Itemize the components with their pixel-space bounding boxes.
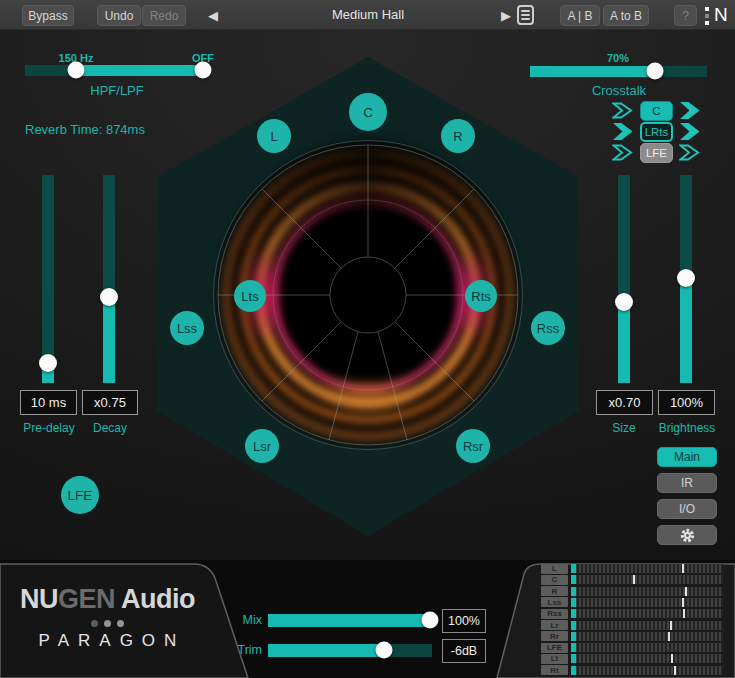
channel-node-rss[interactable]: Rss — [531, 311, 565, 345]
previous-preset-icon[interactable]: ◀ — [205, 4, 221, 26]
meter-peak-tick — [670, 621, 672, 630]
channel-node-rts[interactable]: Rts — [465, 280, 497, 312]
pre-delay-fader-handle[interactable] — [39, 354, 57, 372]
channel-node-lsr[interactable]: Lsr — [245, 429, 279, 463]
meter-bar — [571, 621, 723, 630]
meter-peak-tick — [682, 598, 684, 607]
size-label: Size — [612, 421, 635, 435]
product-name: PARAGON — [0, 631, 215, 651]
tab-ir[interactable]: IR — [657, 473, 717, 493]
meter-peak-tick — [633, 575, 635, 584]
trim-value[interactable]: -6dB — [442, 639, 486, 663]
meter-bar — [571, 643, 723, 652]
routing-c-button[interactable]: C — [640, 101, 673, 121]
settings-button[interactable] — [657, 525, 717, 545]
meter-bar — [571, 632, 723, 641]
lpf-slider-handle[interactable] — [195, 62, 212, 79]
meter-peak-tick — [682, 564, 684, 573]
undo-button[interactable]: Undo — [97, 5, 141, 26]
mix-slider-handle[interactable] — [422, 612, 439, 629]
meter-bar — [571, 564, 723, 573]
crosstalk-slider-handle[interactable] — [647, 63, 664, 80]
meter-bar — [571, 654, 723, 663]
preset-list-icon[interactable] — [517, 5, 534, 25]
channel-node-lss[interactable]: Lss — [170, 311, 204, 345]
routing-c-in-chevron-icon[interactable] — [612, 102, 634, 119]
channel-node-l[interactable]: L — [257, 119, 291, 153]
trim-slider[interactable] — [268, 644, 432, 657]
brightness-fader[interactable] — [680, 175, 692, 383]
reverb-time-readout: Reverb Time: 874ms — [25, 122, 145, 137]
brightness-fader-handle[interactable] — [677, 269, 695, 287]
routing-lfe-button[interactable]: LFE — [640, 143, 673, 163]
ab-compare-button[interactable]: A | B — [560, 5, 600, 26]
redo-button[interactable]: Redo — [142, 5, 186, 26]
meter-peak-tick — [671, 654, 673, 663]
meter-channel-label: L — [541, 564, 568, 574]
routing-lrts-out-chevron-icon[interactable] — [679, 123, 701, 140]
meter-channel-label: Lr — [541, 620, 568, 630]
meter-channel-label: R — [541, 586, 568, 596]
meter-bar — [571, 575, 723, 584]
trim-slider-handle[interactable] — [376, 642, 393, 659]
routing-lrts-in-chevron-icon[interactable] — [612, 123, 634, 140]
nugen-audio-logo: NUGEN Audio — [0, 584, 215, 615]
mix-slider[interactable] — [268, 614, 432, 627]
mix-label: Mix — [222, 613, 262, 627]
routing-c-out-chevron-icon[interactable] — [679, 102, 701, 119]
channel-node-lfe[interactable]: LFE — [61, 476, 99, 514]
meter-bar — [571, 587, 723, 596]
bottom-panel: NUGEN Audio PARAGON Mix 100% Trim -6dB L… — [0, 560, 735, 678]
top-toolbar: Bypass Undo Redo ◀ Medium Hall ▶ A | B A… — [0, 0, 735, 30]
decay-fader[interactable] — [103, 175, 115, 383]
preset-name[interactable]: Medium Hall — [280, 7, 456, 22]
meter-channel-label: Lss — [541, 597, 568, 607]
mix-value[interactable]: 100% — [442, 609, 486, 633]
gear-icon — [680, 528, 695, 543]
meter-peak-tick — [668, 632, 670, 641]
paragon-plugin-window: Bypass Undo Redo ◀ Medium Hall ▶ A | B A… — [0, 0, 735, 678]
size-fader-handle[interactable] — [615, 293, 633, 311]
size-fader[interactable] — [618, 175, 630, 383]
decay-fader-handle[interactable] — [100, 288, 118, 306]
meter-peak-tick — [685, 587, 687, 596]
meter-peak-tick — [674, 666, 676, 675]
pre-delay-fader[interactable] — [42, 175, 54, 383]
crosstalk-value-label: 70% — [607, 52, 629, 64]
channel-node-r[interactable]: R — [441, 119, 475, 153]
channel-node-rsr[interactable]: Rsr — [456, 429, 490, 463]
help-button[interactable]: ? — [674, 5, 697, 26]
tab-io[interactable]: I/O — [657, 499, 717, 519]
channel-node-c[interactable]: C — [349, 93, 387, 131]
meter-channel-label: LFE — [541, 643, 568, 653]
channel-node-lts[interactable]: Lts — [234, 280, 266, 312]
next-preset-icon[interactable]: ▶ — [498, 4, 514, 26]
trim-label: Trim — [222, 643, 262, 657]
meter-channel-label: Rr — [541, 631, 568, 641]
hpf-slider-handle[interactable] — [68, 62, 85, 79]
tab-main[interactable]: Main — [657, 447, 717, 467]
a-to-b-button[interactable]: A to B — [603, 5, 649, 26]
bypass-button[interactable]: Bypass — [22, 5, 74, 26]
nugen-logo-icon: N — [703, 4, 733, 28]
routing-lrts-button[interactable]: LRts — [640, 122, 673, 142]
meter-peak-tick — [683, 609, 685, 618]
size-value[interactable]: x0.70 — [596, 390, 653, 415]
meter-channel-label: Rt — [541, 665, 568, 675]
routing-lfe-out-chevron-icon[interactable] — [679, 144, 701, 161]
meter-channel-label: C — [541, 575, 568, 585]
crosstalk-label: Crosstalk — [592, 83, 646, 98]
meter-bar — [571, 598, 723, 607]
brightness-value[interactable]: 100% — [658, 390, 715, 415]
pre-delay-value[interactable]: 10 ms — [20, 390, 77, 415]
routing-lfe-in-chevron-icon[interactable] — [612, 144, 634, 161]
decay-label: Decay — [93, 421, 127, 435]
decay-value[interactable]: x0.75 — [82, 390, 138, 415]
crosstalk-slider[interactable] — [530, 66, 707, 77]
hpf-lpf-slider[interactable] — [25, 65, 210, 76]
hpf-lpf-label: HPF/LPF — [90, 83, 143, 98]
meter-channel-label: Lt — [541, 654, 568, 664]
brightness-label: Brightness — [659, 421, 716, 435]
meter-channel-label: Rss — [541, 609, 568, 619]
brand-block: NUGEN Audio PARAGON — [0, 560, 215, 651]
